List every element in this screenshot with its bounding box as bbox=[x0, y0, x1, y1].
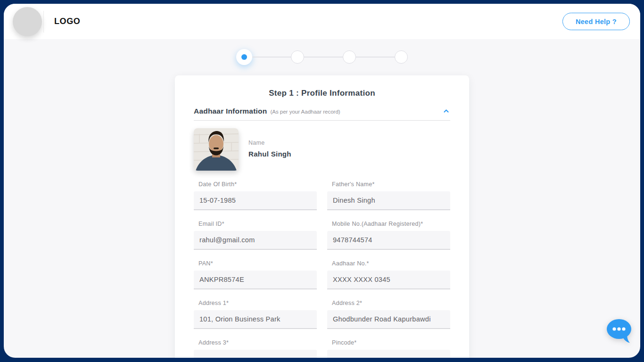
section-hint: (As per your Aadhaar record) bbox=[270, 108, 340, 115]
mobile-no-input[interactable] bbox=[327, 231, 450, 250]
aadhaar-section-header: Aadhaar Information (As per your Aadhaar… bbox=[194, 107, 450, 121]
aadhaar-form-grid: Date Of Birth* Father's Name* Email ID* … bbox=[194, 181, 450, 358]
field-label: Email ID* bbox=[198, 221, 317, 227]
address-3-input[interactable] bbox=[194, 350, 317, 358]
chat-bubble-icon bbox=[606, 339, 633, 346]
active-step-dot bbox=[241, 54, 247, 60]
field-pincode: Pincode* bbox=[327, 339, 450, 358]
field-label: Address 3* bbox=[198, 339, 317, 346]
stepper-step-3[interactable] bbox=[343, 50, 356, 64]
section-collapse-button[interactable] bbox=[442, 107, 450, 115]
field-fathers-name: Father's Name* bbox=[327, 181, 450, 210]
stepper-step-1[interactable] bbox=[236, 49, 252, 65]
stepper-step-2[interactable] bbox=[291, 50, 304, 64]
chevron-up-icon bbox=[443, 107, 449, 115]
field-label: Mobile No.(Aadhaar Registered)* bbox=[332, 221, 450, 227]
header: LOGO Need Help ? bbox=[4, 4, 640, 39]
field-pan: PAN* bbox=[194, 260, 317, 289]
profile-photo bbox=[194, 128, 239, 171]
pan-input[interactable] bbox=[194, 271, 317, 289]
logo-text: LOGO bbox=[54, 16, 80, 26]
field-address-1: Address 1* bbox=[194, 300, 317, 329]
field-label: Pincode* bbox=[332, 339, 450, 346]
name-block: Name Rahul Singh bbox=[248, 128, 291, 171]
field-email-id: Email ID* bbox=[194, 221, 317, 250]
stepper-connector bbox=[304, 57, 343, 58]
profile-form-card: Step 1 : Profile Information Aadhaar Inf… bbox=[175, 75, 469, 358]
stepper-connector bbox=[252, 57, 291, 58]
field-label: Aadhaar No.* bbox=[332, 260, 450, 267]
field-label: Address 2* bbox=[332, 300, 450, 306]
profile-summary-row: Name Rahul Singh bbox=[194, 128, 450, 171]
stepper-connector bbox=[356, 57, 395, 58]
field-address-2: Address 2* bbox=[327, 300, 450, 329]
aadhaar-no-input[interactable] bbox=[327, 271, 450, 289]
page-title: Step 1 : Profile Information bbox=[194, 89, 450, 98]
progress-stepper bbox=[4, 49, 640, 66]
field-address-3: Address 3* bbox=[194, 339, 317, 358]
email-id-input[interactable] bbox=[194, 231, 317, 250]
logo-divider bbox=[43, 11, 44, 33]
field-aadhaar-no: Aadhaar No.* bbox=[327, 260, 450, 289]
field-label: PAN* bbox=[198, 260, 317, 267]
field-label: Address 1* bbox=[198, 300, 317, 306]
name-value: Rahul Singh bbox=[248, 150, 291, 158]
fathers-name-input[interactable] bbox=[327, 191, 450, 210]
address-2-input[interactable] bbox=[327, 310, 450, 329]
section-title: Aadhaar Information bbox=[194, 107, 267, 115]
app-viewport: LOGO Need Help ? Step 1 : Profile Inform… bbox=[4, 4, 640, 358]
field-label: Father's Name* bbox=[332, 181, 450, 188]
field-label: Date Of Birth* bbox=[198, 181, 317, 188]
field-date-of-birth: Date Of Birth* bbox=[194, 181, 317, 210]
address-1-input[interactable] bbox=[194, 310, 317, 329]
stepper-step-4[interactable] bbox=[395, 50, 408, 64]
need-help-button[interactable]: Need Help ? bbox=[562, 13, 630, 30]
date-of-birth-input[interactable] bbox=[194, 191, 317, 210]
chat-fab-button[interactable] bbox=[606, 318, 633, 345]
logo-avatar bbox=[13, 7, 42, 36]
field-mobile-no: Mobile No.(Aadhaar Registered)* bbox=[327, 221, 450, 250]
name-label: Name bbox=[248, 140, 291, 146]
pincode-input[interactable] bbox=[327, 350, 450, 358]
